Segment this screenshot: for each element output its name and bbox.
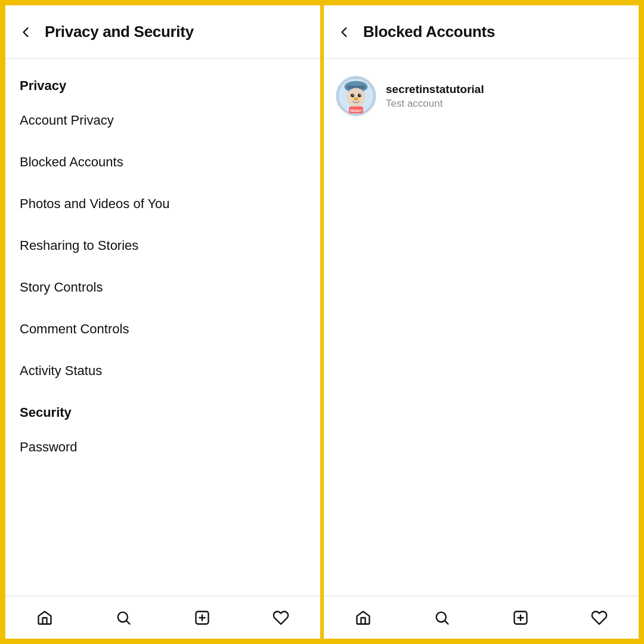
left-panel-content: Privacy Account Privacy Blocked Accounts… bbox=[5, 59, 320, 596]
svg-point-14 bbox=[354, 97, 358, 101]
account-privacy-item[interactable]: Account Privacy bbox=[5, 100, 320, 141]
left-panel-title: Privacy and Security bbox=[45, 23, 194, 41]
svg-point-9 bbox=[346, 88, 365, 106]
account-username: secretinstatutorial bbox=[386, 83, 484, 96]
right-back-icon bbox=[336, 24, 352, 41]
avatar-image: Hello! bbox=[336, 76, 376, 116]
svg-line-18 bbox=[445, 621, 448, 624]
svg-point-0 bbox=[118, 612, 128, 621]
svg-text:Hello!: Hello! bbox=[351, 109, 362, 113]
right-panel: Blocked Accounts bbox=[322, 4, 640, 640]
left-bottom-nav bbox=[5, 596, 320, 639]
left-panel: Privacy and Security Privacy Account Pri… bbox=[4, 4, 322, 640]
right-search-icon[interactable] bbox=[434, 609, 450, 626]
svg-line-1 bbox=[126, 621, 129, 624]
svg-point-10 bbox=[351, 94, 354, 97]
left-search-icon[interactable] bbox=[115, 609, 132, 626]
right-panel-content: Hello! secretinstatutorial Test account bbox=[324, 59, 639, 596]
right-bottom-nav bbox=[324, 596, 639, 639]
left-back-button[interactable] bbox=[17, 24, 34, 41]
back-icon bbox=[17, 24, 34, 41]
svg-point-12 bbox=[352, 94, 354, 95]
left-heart-icon[interactable] bbox=[273, 609, 289, 626]
story-controls-item[interactable]: Story Controls bbox=[5, 267, 320, 308]
svg-point-11 bbox=[358, 94, 361, 97]
right-back-button[interactable] bbox=[336, 24, 352, 41]
privacy-section-label: Privacy bbox=[5, 65, 320, 100]
right-panel-header: Blocked Accounts bbox=[324, 5, 639, 59]
comment-controls-item[interactable]: Comment Controls bbox=[5, 308, 320, 350]
left-home-icon[interactable] bbox=[36, 609, 53, 626]
password-item[interactable]: Password bbox=[5, 426, 320, 468]
blocked-accounts-item[interactable]: Blocked Accounts bbox=[5, 141, 320, 183]
resharing-stories-item[interactable]: Resharing to Stories bbox=[5, 225, 320, 267]
svg-point-13 bbox=[360, 94, 361, 95]
account-info: secretinstatutorial Test account bbox=[386, 83, 484, 110]
avatar: Hello! bbox=[336, 76, 376, 116]
right-add-icon[interactable] bbox=[512, 609, 529, 626]
right-panel-title: Blocked Accounts bbox=[363, 23, 495, 41]
left-panel-header: Privacy and Security bbox=[5, 5, 320, 59]
account-subtitle: Test account bbox=[386, 98, 484, 110]
right-home-icon[interactable] bbox=[355, 609, 371, 626]
left-add-icon[interactable] bbox=[194, 609, 210, 626]
photos-videos-item[interactable]: Photos and Videos of You bbox=[5, 183, 320, 225]
svg-point-17 bbox=[436, 612, 446, 621]
blocked-account-item[interactable]: Hello! secretinstatutorial Test account bbox=[324, 65, 639, 127]
avatar-svg: Hello! bbox=[336, 76, 376, 116]
right-heart-icon[interactable] bbox=[591, 609, 608, 626]
security-section-label: Security bbox=[5, 392, 320, 426]
activity-status-item[interactable]: Activity Status bbox=[5, 350, 320, 392]
